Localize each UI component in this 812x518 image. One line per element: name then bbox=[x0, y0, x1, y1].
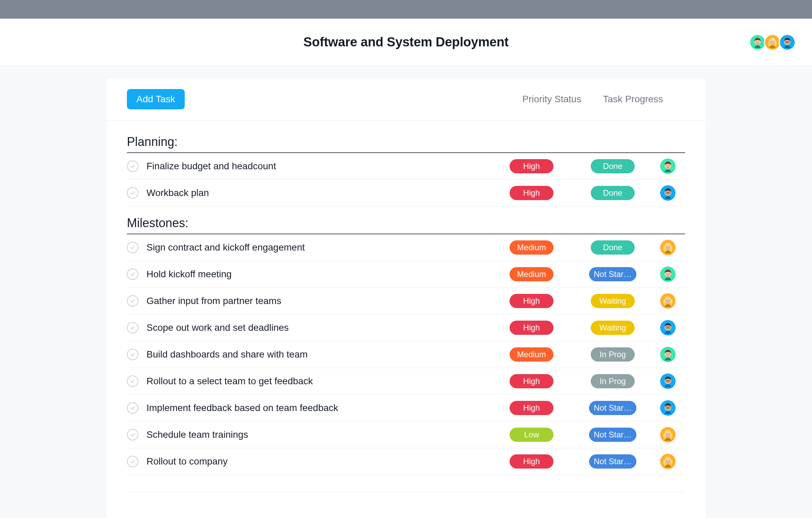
priority-cell[interactable]: High bbox=[491, 454, 572, 469]
task-name[interactable]: Workback plan bbox=[146, 188, 491, 198]
priority-pill[interactable]: High bbox=[510, 186, 554, 200]
progress-cell[interactable]: Not Star… bbox=[572, 401, 653, 415]
avatar[interactable] bbox=[660, 454, 676, 469]
task-row[interactable]: Rollout to a select team to get feedback… bbox=[127, 368, 685, 395]
assignee-cell[interactable] bbox=[653, 240, 685, 255]
priority-pill[interactable]: Low bbox=[510, 428, 554, 442]
task-row[interactable]: Sign contract and kickoff engagementMedi… bbox=[127, 234, 685, 261]
avatar[interactable] bbox=[764, 34, 781, 51]
progress-pill[interactable]: Done bbox=[591, 186, 635, 200]
task-row[interactable]: Scope out work and set deadlinesHighWait… bbox=[127, 315, 685, 341]
priority-cell[interactable]: Low bbox=[491, 428, 572, 442]
task-name[interactable]: Implement feedback based on team feedbac… bbox=[146, 403, 491, 413]
priority-cell[interactable]: Medium bbox=[491, 267, 572, 281]
assignee-cell[interactable] bbox=[653, 427, 685, 443]
task-name[interactable]: Gather input from partner teams bbox=[146, 296, 491, 306]
task-row[interactable]: Rollout to companyHighNot Star… bbox=[127, 448, 685, 475]
complete-task-checkbox[interactable] bbox=[127, 242, 138, 253]
priority-cell[interactable]: High bbox=[491, 159, 572, 173]
progress-cell[interactable]: Waiting bbox=[572, 294, 653, 308]
priority-pill[interactable]: High bbox=[510, 159, 554, 173]
task-name[interactable]: Rollout to a select team to get feedback bbox=[146, 376, 491, 387]
priority-cell[interactable]: High bbox=[491, 294, 572, 308]
task-name[interactable]: Finalize budget and headcount bbox=[146, 161, 491, 172]
avatar[interactable] bbox=[660, 373, 676, 389]
priority-pill[interactable]: High bbox=[510, 401, 554, 415]
task-name[interactable]: Hold kickoff meeting bbox=[146, 269, 491, 280]
priority-pill[interactable]: High bbox=[510, 321, 554, 335]
progress-pill[interactable]: Not Star… bbox=[589, 401, 636, 415]
priority-cell[interactable]: High bbox=[491, 321, 572, 335]
progress-pill[interactable]: Done bbox=[591, 240, 635, 255]
progress-pill[interactable]: Not Star… bbox=[589, 428, 636, 442]
assignee-cell[interactable] bbox=[653, 320, 685, 336]
avatar[interactable] bbox=[749, 34, 766, 51]
assignee-cell[interactable] bbox=[653, 158, 685, 174]
progress-cell[interactable]: In Prog bbox=[572, 374, 653, 388]
avatar[interactable] bbox=[660, 320, 676, 336]
task-row[interactable]: Hold kickoff meetingMediumNot Star… bbox=[127, 261, 685, 288]
priority-cell[interactable]: High bbox=[491, 401, 572, 415]
task-name[interactable]: Scope out work and set deadlines bbox=[146, 322, 491, 333]
task-row[interactable]: Gather input from partner teamsHighWaiti… bbox=[127, 288, 685, 315]
section-title[interactable]: Planning: bbox=[127, 135, 685, 153]
assignee-cell[interactable] bbox=[653, 293, 685, 309]
priority-cell[interactable]: Medium bbox=[491, 347, 572, 362]
complete-task-checkbox[interactable] bbox=[127, 268, 138, 280]
priority-cell[interactable]: High bbox=[491, 374, 572, 388]
progress-pill[interactable]: Waiting bbox=[591, 294, 635, 308]
progress-cell[interactable]: Not Star… bbox=[572, 267, 653, 281]
complete-task-checkbox[interactable] bbox=[127, 160, 138, 172]
avatar[interactable] bbox=[779, 34, 796, 51]
complete-task-checkbox[interactable] bbox=[127, 349, 138, 360]
avatar[interactable] bbox=[660, 158, 676, 174]
complete-task-checkbox[interactable] bbox=[127, 187, 138, 199]
avatar[interactable] bbox=[660, 400, 676, 416]
avatar[interactable] bbox=[660, 427, 676, 443]
complete-task-checkbox[interactable] bbox=[127, 295, 138, 307]
avatar[interactable] bbox=[660, 185, 676, 201]
progress-pill[interactable]: Not Star… bbox=[589, 267, 636, 281]
avatar[interactable] bbox=[660, 266, 676, 282]
complete-task-checkbox[interactable] bbox=[127, 429, 138, 440]
assignee-cell[interactable] bbox=[653, 347, 685, 362]
priority-cell[interactable]: High bbox=[491, 186, 572, 200]
task-name[interactable]: Sign contract and kickoff engagement bbox=[146, 242, 491, 253]
complete-task-checkbox[interactable] bbox=[127, 402, 138, 414]
progress-cell[interactable]: In Prog bbox=[572, 347, 653, 362]
complete-task-checkbox[interactable] bbox=[127, 322, 138, 333]
priority-pill[interactable]: Medium bbox=[510, 240, 554, 255]
assignee-cell[interactable] bbox=[653, 373, 685, 389]
priority-pill[interactable]: High bbox=[510, 374, 554, 388]
progress-pill[interactable]: In Prog bbox=[591, 374, 635, 388]
assignee-cell[interactable] bbox=[653, 454, 685, 469]
progress-cell[interactable]: Waiting bbox=[572, 321, 653, 335]
priority-cell[interactable]: Medium bbox=[491, 240, 572, 255]
task-row[interactable]: Workback planHighDone bbox=[127, 180, 685, 207]
assignee-cell[interactable] bbox=[653, 266, 685, 282]
progress-cell[interactable]: Done bbox=[572, 159, 653, 173]
task-row[interactable]: Implement feedback based on team feedbac… bbox=[127, 395, 685, 422]
avatar[interactable] bbox=[660, 240, 676, 255]
task-row[interactable]: Schedule team trainingsLowNot Star… bbox=[127, 422, 685, 448]
progress-cell[interactable]: Done bbox=[572, 240, 653, 255]
task-row[interactable]: Finalize budget and headcountHighDone bbox=[127, 153, 685, 180]
assignee-cell[interactable] bbox=[653, 185, 685, 201]
assignee-cell[interactable] bbox=[653, 400, 685, 416]
avatar[interactable] bbox=[660, 347, 676, 362]
progress-cell[interactable]: Done bbox=[572, 186, 653, 200]
section-title[interactable]: Milestones: bbox=[127, 216, 685, 234]
task-name[interactable]: Rollout to company bbox=[146, 456, 491, 467]
progress-pill[interactable]: In Prog bbox=[591, 347, 635, 362]
priority-pill[interactable]: High bbox=[510, 294, 554, 308]
progress-pill[interactable]: Waiting bbox=[591, 321, 635, 335]
add-task-button[interactable]: Add Task bbox=[127, 89, 185, 109]
progress-pill[interactable]: Not Star… bbox=[589, 454, 636, 469]
priority-pill[interactable]: Medium bbox=[510, 347, 554, 362]
complete-task-checkbox[interactable] bbox=[127, 456, 138, 467]
priority-pill[interactable]: Medium bbox=[510, 267, 554, 281]
task-row[interactable]: Build dashboards and share with teamMedi… bbox=[127, 341, 685, 368]
progress-cell[interactable]: Not Star… bbox=[572, 454, 653, 469]
priority-pill[interactable]: High bbox=[510, 454, 554, 469]
complete-task-checkbox[interactable] bbox=[127, 375, 138, 387]
